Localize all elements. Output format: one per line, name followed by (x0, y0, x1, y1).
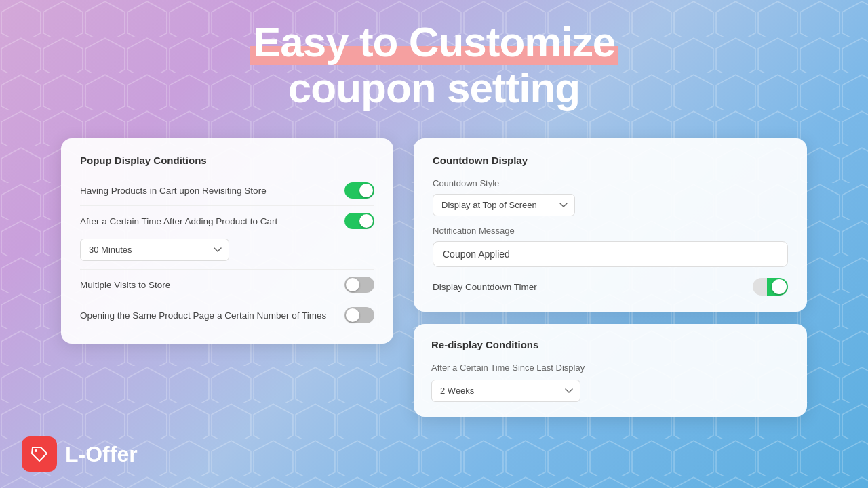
time-dropdown-wrap: 15 Minutes 30 Minutes 1 Hour 2 Hours (80, 239, 374, 261)
popup-conditions-title: Popup Display Conditions (80, 155, 374, 166)
toggle-certain-time[interactable] (344, 213, 374, 229)
display-timer-label: Display Countdown Timer (433, 282, 537, 292)
right-column: Countdown Display Countdown Style Displa… (414, 138, 807, 417)
title-section: Easy to Customize coupon setting (250, 0, 618, 111)
notification-message-input[interactable] (433, 241, 788, 267)
svg-point-0 (35, 449, 37, 452)
toggle-revisiting[interactable] (344, 182, 374, 199)
logo-icon (22, 436, 57, 472)
display-timer-row: Display Countdown Timer (433, 278, 788, 296)
toggle-display-timer[interactable] (753, 278, 788, 296)
logo-section: L-Offer (22, 436, 138, 472)
divider-1 (80, 205, 374, 206)
toggle-label-revisiting: Having Products in Cart upon Revisiting … (80, 186, 344, 196)
countdown-style-dropdown[interactable]: Display at Top of Screen Display at Bott… (433, 194, 575, 216)
redisplay-conditions-card: Re-display Conditions After a Certain Ti… (414, 324, 807, 417)
redisplay-dropdown-wrap: 1 Day 3 Days 1 Week 2 Weeks 1 Month (431, 380, 789, 402)
popup-conditions-card: Popup Display Conditions Having Products… (61, 138, 393, 344)
redisplay-time-dropdown[interactable]: 1 Day 3 Days 1 Week 2 Weeks 1 Month (431, 380, 580, 402)
divider-2 (80, 269, 374, 270)
redisplay-condition-label: After a Certain Time Since Last Display (431, 363, 789, 373)
redisplay-title: Re-display Conditions (431, 339, 789, 350)
countdown-style-label: Countdown Style (433, 178, 788, 188)
toggle-row-same-product: Opening the Same Product Page a Certain … (80, 303, 374, 327)
countdown-display-card: Countdown Display Countdown Style Displa… (414, 138, 807, 312)
logo-text: L-Offer (65, 442, 138, 467)
toggle-row-certain-time: After a Certain Time After Adding Produc… (80, 209, 374, 233)
title-line1: Easy to Customize (250, 18, 618, 65)
toggle-label-same-product: Opening the Same Product Page a Certain … (80, 310, 344, 321)
cards-row: Popup Display Conditions Having Products… (61, 131, 807, 417)
logo-svg (28, 443, 50, 465)
toggle-row-multiple-visits: Multiple Visits to Store (80, 272, 374, 297)
countdown-style-dropdown-wrap: Display at Top of Screen Display at Bott… (433, 194, 788, 216)
notification-message-label: Notification Message (433, 226, 788, 236)
toggle-row-revisiting: Having Products in Cart upon Revisiting … (80, 178, 374, 203)
divider-3 (80, 300, 374, 300)
time-dropdown[interactable]: 15 Minutes 30 Minutes 1 Hour 2 Hours (80, 239, 229, 261)
toggle-same-product[interactable] (344, 307, 374, 323)
toggle-multiple-visits[interactable] (344, 277, 374, 293)
title-line2: coupon setting (250, 65, 618, 111)
toggle-label-certain-time: After a Certain Time After Adding Produc… (80, 216, 344, 226)
toggle-label-multiple-visits: Multiple Visits to Store (80, 280, 344, 290)
countdown-display-title: Countdown Display (433, 155, 788, 166)
